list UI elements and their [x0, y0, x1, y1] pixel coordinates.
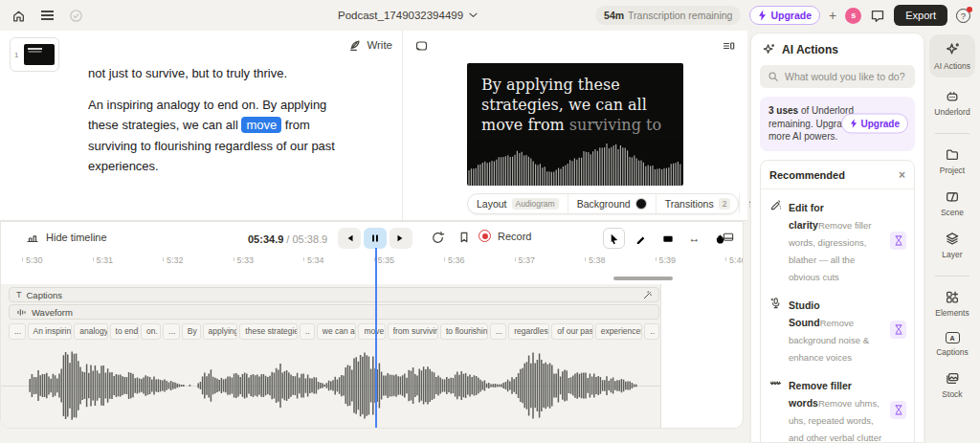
caption-chip[interactable]: ...: [9, 323, 26, 340]
skip-forward-button[interactable]: [390, 228, 412, 249]
stock-media-icon: [945, 371, 960, 386]
caption-chip[interactable]: move: [358, 323, 385, 340]
transcript-paragraph[interactable]: not just to survive, but to truly thrive…: [88, 63, 352, 84]
captions-style-icon[interactable]: [642, 290, 653, 300]
ai-action-edit-for-clarity[interactable]: Edit for clarityRemove filler words, dig…: [769, 192, 906, 290]
timeline-ruler[interactable]: 5:305:315:325:335:345:355:365:375:385:39…: [1, 252, 744, 277]
rail-item-project[interactable]: Project: [940, 147, 965, 175]
caption-chip[interactable]: ..: [644, 323, 659, 340]
caption-chip[interactable]: on.: [141, 323, 161, 340]
pause-button[interactable]: [364, 228, 387, 249]
caption-chip[interactable]: An inspiring: [28, 323, 73, 340]
transport-controls: [338, 228, 412, 249]
project-title-menu[interactable]: Podcast_1749032394499: [338, 0, 478, 31]
caption-chip[interactable]: regardless: [508, 323, 549, 340]
caption-chips: ...An inspiringanalogyto endon....Byappl…: [9, 323, 659, 340]
caption-chip[interactable]: By: [182, 323, 201, 340]
script-editor: 1 Write not just to survive, but to trul…: [0, 31, 403, 220]
avatar[interactable]: s: [845, 8, 861, 24]
sync-status-icon: [69, 9, 83, 23]
ruler-label: 5:36: [448, 255, 465, 265]
ai-panel-title: AI Actions: [782, 43, 838, 56]
video-canvas[interactable]: By applying these strategies, we can all…: [467, 63, 683, 186]
aspect-ratio-icon[interactable]: [414, 39, 429, 53]
caption-chip[interactable]: of our past: [551, 323, 592, 340]
timeline-scrollbar-thumb[interactable]: [613, 277, 673, 280]
ai-search-input[interactable]: What would you like to do?: [760, 65, 915, 88]
captions-track[interactable]: T Captions: [9, 287, 659, 302]
rail-item-stock[interactable]: Stock: [942, 371, 962, 399]
timeline-tools: ↔: [603, 228, 732, 249]
rail-item-elements[interactable]: Elements: [935, 290, 969, 318]
hide-timeline-button[interactable]: Hide timeline: [26, 231, 107, 244]
ruler-label: 5:30: [26, 255, 43, 265]
close-icon[interactable]: ×: [899, 168, 905, 182]
timeline-icon: [26, 231, 39, 244]
notification-dot: [967, 7, 972, 12]
ruler-label: 5:35: [378, 255, 395, 265]
layout-control[interactable]: Layout Audiogram: [468, 194, 568, 213]
playhead[interactable]: [375, 248, 377, 429]
captions-icon: A: [946, 332, 960, 343]
rail-item-captions[interactable]: A Captions: [936, 332, 969, 357]
waveform-track[interactable]: Waveform: [9, 304, 659, 320]
transcript-paragraph[interactable]: An inspiring analogy to end on. By apply…: [88, 95, 352, 177]
current-time: 05:34.9: [248, 233, 283, 245]
record-button[interactable]: Record: [479, 230, 531, 242]
ruler-label: 5:38: [589, 255, 606, 265]
bookmark-icon[interactable]: [457, 231, 471, 244]
caption-chip[interactable]: from surviving: [388, 323, 438, 340]
upgrade-button[interactable]: Upgrade: [749, 6, 820, 25]
write-button[interactable]: Write: [348, 38, 392, 52]
layout-value-badge: Audiogram: [512, 198, 559, 210]
caption-chip[interactable]: ...: [490, 323, 507, 340]
caption-chip[interactable]: analogy: [74, 323, 107, 340]
rail-item-scene[interactable]: Scene: [941, 189, 964, 217]
scene-list-icon[interactable]: [722, 39, 736, 53]
transcript-text[interactable]: not just to survive, but to truly thrive…: [88, 63, 352, 177]
scene-number: 1: [14, 51, 21, 59]
ai-actions-panel: AI Actions What would you like to do? 3 …: [750, 33, 924, 443]
underlord-badge: [890, 232, 906, 250]
caption-chip[interactable]: ...: [163, 323, 180, 340]
caption-chip[interactable]: these strategies,: [239, 323, 298, 340]
upgrade-button-secondary[interactable]: Upgrade: [841, 114, 908, 134]
trim-tool[interactable]: [657, 228, 679, 249]
underlord-usage-note: 3 uses of Underlord remaining. Upgrade f…: [760, 97, 915, 151]
help-icon[interactable]: ?: [956, 9, 970, 23]
rail-item-layer[interactable]: Layer: [942, 232, 962, 259]
rail-item-underlord[interactable]: Underlord: [934, 89, 969, 117]
underlord-badge: [890, 321, 906, 339]
loop-playback-icon[interactable]: [431, 231, 445, 245]
comments-icon[interactable]: [870, 8, 885, 23]
caption-chip[interactable]: ..: [300, 323, 315, 340]
select-tool[interactable]: [603, 228, 625, 249]
export-button[interactable]: Export: [894, 5, 947, 26]
home-icon[interactable]: [11, 9, 26, 23]
rail-item-ai-actions[interactable]: AI Actions: [929, 34, 975, 78]
scene-thumbnail-card[interactable]: 1: [10, 37, 59, 72]
transitions-count-badge: 2: [719, 198, 731, 210]
fit-timeline-icon[interactable]: [722, 231, 735, 243]
ai-action-remove-filler-words[interactable]: Remove filler wordsRemove uhms, uhs, rep…: [769, 370, 906, 443]
transitions-control[interactable]: Transitions 2: [656, 194, 740, 213]
range-tool[interactable]: ↔: [683, 228, 705, 249]
edit-pen-icon: [769, 199, 782, 211]
caption-chip[interactable]: applying: [203, 323, 238, 340]
background-control[interactable]: Background: [568, 194, 656, 213]
menu-icon[interactable]: [41, 14, 54, 16]
caption-chip[interactable]: we can all: [317, 323, 357, 340]
folder-icon: [945, 147, 960, 162]
skip-back-button[interactable]: [338, 228, 361, 249]
add-collaborator-icon[interactable]: +: [829, 8, 836, 23]
caption-chip[interactable]: to flourishing: [440, 323, 488, 340]
quill-icon: [348, 38, 362, 52]
razor-tool[interactable]: [630, 228, 652, 249]
selected-word[interactable]: move: [241, 117, 281, 133]
ai-sparkle-icon: [762, 43, 775, 56]
recommended-section: Recommended × Edit for clarityRemove fil…: [760, 160, 915, 443]
ai-action-studio-sound[interactable]: Studio SoundRemove background noise & en…: [769, 290, 906, 370]
caption-chip[interactable]: to end: [110, 323, 139, 340]
caption-chip[interactable]: experiences.: [595, 323, 643, 340]
waveform-plot[interactable]: [1, 343, 661, 429]
